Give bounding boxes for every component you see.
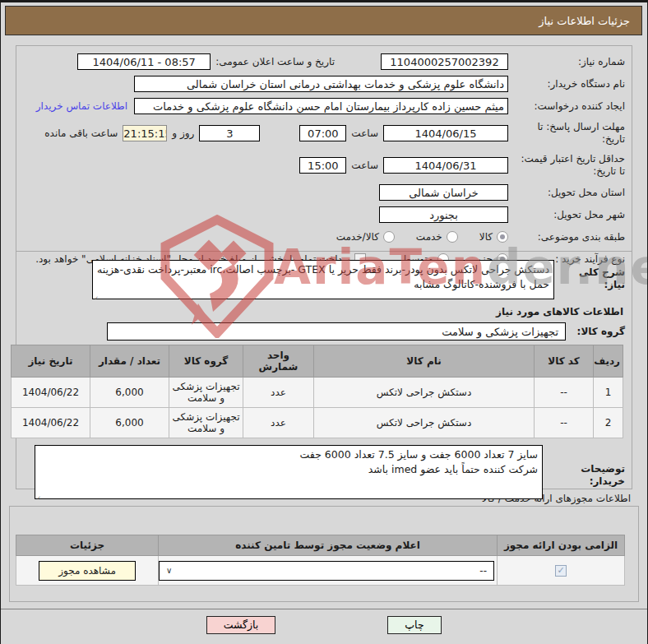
radio-goods[interactable] (497, 231, 508, 243)
buyer-notes-label: توضیحات خریدار: (543, 445, 625, 488)
remaining-time-label: ساعت باقی مانده (44, 127, 118, 139)
radio-goods-service-label: کالا/خدمت (336, 231, 379, 243)
table-row: 2 -- دستکش جراحی لاتکس عدد تجهیزات پزشکی… (12, 408, 623, 438)
delivery-city-row: شهر محل تحویل: بجنورد (23, 206, 625, 224)
cell-item-code: -- (535, 408, 594, 438)
need-number-row: شماره نیاز: 1104000257002392 تاریخ و ساع… (23, 53, 625, 71)
col-group: گروه کالا (169, 345, 243, 378)
creator-label: ایجاد کننده درخواست: (508, 100, 625, 113)
remaining-time-field: 21:15:15 (123, 125, 167, 141)
creator-row: ایجاد کننده درخواست: میثم حسین زاده کارپ… (23, 97, 625, 115)
validity-time-field[interactable]: 15:00 (299, 157, 346, 174)
cell-item-name: دستکش جراحی لاتکس (314, 408, 535, 438)
need-description-row: شرح کلی نیاز: دستکش جراحی لاتکس بدون پود… (23, 260, 625, 299)
buyer-org-label: نام دستگاه خریدار: (508, 78, 625, 90)
need-number-label: شماره نیاز: (508, 56, 625, 68)
delivery-province-row: استان محل تحویل: خراسان شمالی (23, 183, 625, 202)
buyer-contact-link[interactable]: اطلاعات تماس خریدار (36, 100, 127, 112)
delivery-province-label: استان محل تحویل: (508, 187, 625, 199)
deadline-label: مهلت ارسال پاسخ: تا تاریخ: (508, 121, 625, 146)
remaining-days-label: روز و (172, 127, 194, 139)
col-row-index: ردیف (594, 345, 623, 378)
delivery-city-label: شهر محل تحویل: (508, 209, 625, 221)
need-description-textarea[interactable]: دستکش جراحی لاتکس بدون پودر-برند فقط حری… (92, 260, 554, 299)
goods-table: ردیف کد کالا نام کالا واحد شمارش گروه کا… (11, 345, 623, 438)
footer-divider (1, 609, 647, 609)
page-title: جزئیات اطلاعات نیاز (539, 15, 630, 27)
goods-group-row: گروه کالا: تجهیزات پزشکی و سلامت (23, 322, 625, 341)
chevron-down-icon: ∨ (166, 566, 172, 575)
buyer-notes-row: توضیحات خریدار: سایز 7 تعداد 6000 جفت و … (23, 445, 625, 499)
window-title-bar: جزئیات اطلاعات نیاز (5, 6, 642, 35)
col-need-date: تاریخ نیاز (12, 345, 90, 378)
cell-quantity: 6,000 (90, 378, 169, 408)
buyer-notes-textarea[interactable]: سایز 7 تعداد 6000 جفت و سایز 7.5 تعداد 6… (35, 445, 543, 499)
back-button[interactable]: بازگشت (206, 616, 275, 634)
radio-goods-service[interactable] (383, 231, 395, 243)
license-status-select[interactable]: -- ∨ (159, 561, 494, 581)
footer-actions: چاپ بازگشت (1, 616, 647, 634)
announce-datetime-field[interactable]: 1404/06/11 - 08:57 (77, 53, 211, 70)
col-item-name: نام کالا (314, 345, 535, 378)
cell-unit: عدد (243, 378, 314, 408)
radio-service[interactable] (447, 231, 458, 243)
deadline-row: مهلت ارسال پاسخ: تا تاریخ: 1404/06/15 سا… (23, 119, 625, 147)
goods-section-title: اطلاعات کالاهای مورد نیاز (23, 306, 623, 317)
table-row: 1 -- دستکش جراحی لاتکس عدد تجهیزات پزشکی… (12, 378, 623, 408)
goods-info-group: شرح کلی نیاز: دستکش جراحی لاتکس بدون پود… (16, 252, 632, 489)
col-license-required: الزامی بودن ارائه مجوز (498, 535, 625, 556)
remaining-days-field: 3 (199, 125, 260, 141)
need-description-label: شرح کلی نیاز: (554, 260, 625, 291)
subject-category-label: طبقه بندی موضوعی: (508, 231, 625, 243)
deadline-date-field[interactable]: 1404/06/15 (383, 125, 508, 141)
validity-date-field[interactable]: 1404/06/31 (383, 157, 508, 174)
cell-need-date: 1404/06/22 (12, 378, 90, 408)
creator-field[interactable]: میثم حسین زاده کارپرداز بیمارستان امام ح… (134, 98, 508, 114)
buyer-org-field[interactable]: دانشگاه علوم پزشکی و خدمات بهداشتی درمان… (134, 76, 508, 92)
license-table: الزامی بودن ارائه مجوز اعلام وضعیت مجوز … (16, 535, 625, 586)
general-info-group: شماره نیاز: 1104000257002392 تاریخ و ساع… (16, 45, 632, 252)
cell-group: تجهیزات پزشکی و سلامت (169, 408, 243, 438)
col-license-status: اعلام وضعیت مجوز توسط تامین کننده (159, 535, 498, 556)
price-validity-label: حداقل تاریخ اعتبار قیمت: تا تاریخ: (508, 153, 625, 178)
need-details-window: جزئیات اطلاعات نیاز شماره نیاز: 11040002… (0, 0, 648, 644)
cell-item-name: دستکش جراحی لاتکس (314, 378, 535, 408)
deadline-time-field[interactable]: 07:00 (299, 125, 346, 141)
price-validity-row: حداقل تاریخ اعتبار قیمت: تا تاریخ: 1404/… (23, 151, 625, 179)
col-item-code: کد کالا (535, 345, 594, 378)
cell-group: تجهیزات پزشکی و سلامت (169, 378, 243, 408)
cell-row-index: 2 (594, 408, 623, 438)
delivery-province-field[interactable]: خراسان شمالی (379, 184, 508, 201)
license-table-header-row: الزامی بودن ارائه مجوز اعلام وضعیت مجوز … (16, 535, 625, 556)
goods-group-label: گروه کالا: (566, 326, 625, 338)
delivery-city-field[interactable]: بجنورد (379, 206, 508, 223)
cell-row-index: 1 (594, 378, 623, 408)
cell-need-date: 1404/06/22 (12, 408, 90, 438)
buyer-org-row: نام دستگاه خریدار: دانشگاه علوم پزشکی و … (23, 75, 625, 93)
radio-goods-label: کالا (479, 231, 493, 243)
goods-table-header-row: ردیف کد کالا نام کالا واحد شمارش گروه کا… (12, 345, 623, 378)
license-required-checkbox: ✓ (555, 565, 567, 577)
col-unit: واحد شمارش (243, 345, 314, 378)
license-table-row: ✓ -- ∨ مشاهده مجوز (16, 556, 625, 586)
cell-item-code: -- (535, 378, 594, 408)
license-group: الزامی بودن ارائه مجوز اعلام وضعیت مجوز … (9, 506, 639, 602)
radio-service-label: خدمت (416, 231, 442, 243)
col-quantity: تعداد / مقدار (90, 345, 169, 378)
print-button[interactable]: چاپ (387, 616, 442, 634)
col-license-details: جزئیات (16, 535, 159, 556)
license-status-selected-value: -- (479, 565, 487, 577)
cell-quantity: 6,000 (90, 408, 169, 438)
announce-datetime-label: تاریخ و ساعت اعلان عمومی: (215, 56, 335, 67)
deadline-hour-label: ساعت (351, 127, 378, 139)
view-license-button[interactable]: مشاهده مجوز (39, 561, 136, 581)
subject-category-row: طبقه بندی موضوعی: کالا خدمت کالا/خدمت (23, 228, 625, 246)
cell-unit: عدد (243, 408, 314, 438)
validity-hour-label: ساعت (351, 160, 378, 171)
goods-group-field[interactable]: تجهیزات پزشکی و سلامت (107, 322, 566, 341)
need-number-field[interactable]: 1104000257002392 (381, 53, 508, 70)
